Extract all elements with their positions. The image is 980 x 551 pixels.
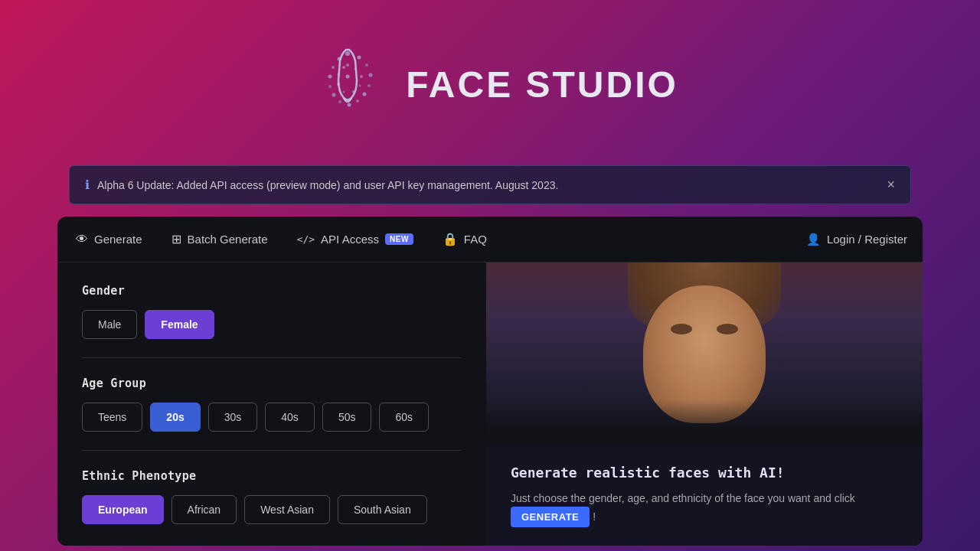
left-panel: Gender Male Female Age Group Teens 20s 3… [57, 262, 486, 546]
nav-batch-label: Batch Generate [188, 233, 268, 246]
ethnicity-label: Ethnic Phenotype [82, 469, 462, 483]
nav-api-access[interactable]: </> API Access NEW [294, 227, 416, 252]
svg-point-4 [368, 84, 371, 87]
info-description: Just choose the gender, age, and ethnici… [511, 490, 898, 527]
nav-left: 👁 Generate ⊞ Batch Generate </> API Acce… [73, 226, 806, 253]
gender-options: Male Female [82, 310, 462, 339]
age-group-label: Age Group [82, 377, 462, 390]
nav-generate-label: Generate [94, 233, 142, 246]
alert-message: Alpha 6 Update: Added API access (previe… [97, 179, 558, 191]
age-50s-button[interactable]: 50s [322, 403, 372, 432]
user-icon: 👤 [806, 233, 821, 246]
svg-point-0 [345, 51, 350, 56]
gender-male-button[interactable]: Male [82, 310, 137, 339]
alert-close-button[interactable]: × [887, 177, 895, 193]
ethnicity-west-asian-button[interactable]: West Asian [244, 495, 330, 524]
svg-point-1 [358, 56, 361, 60]
info-box: Generate realistic faces with AI! Just c… [486, 446, 923, 546]
svg-point-14 [346, 64, 349, 67]
svg-point-19 [343, 91, 345, 93]
info-exclamation: ! [593, 510, 596, 523]
svg-point-17 [359, 85, 361, 87]
logo-text: FACE STUDIO [406, 64, 678, 106]
logo-icon [302, 31, 394, 138]
svg-point-5 [363, 93, 367, 96]
generate-inline-button[interactable]: GENERATE [511, 507, 590, 527]
gender-section: Gender Male Female [82, 284, 462, 339]
right-panel: Generate realistic faces with AI! Just c… [486, 262, 923, 546]
card-body: Gender Male Female Age Group Teens 20s 3… [57, 262, 923, 546]
ethnicity-european-button[interactable]: European [82, 495, 164, 524]
api-icon: </> [297, 233, 315, 245]
svg-point-22 [342, 66, 345, 69]
nav-faq[interactable]: 🔒 FAQ [439, 226, 490, 253]
svg-point-16 [360, 75, 363, 78]
nav-bar: 👁 Generate ⊞ Batch Generate </> API Acce… [57, 217, 923, 262]
svg-point-7 [348, 103, 351, 107]
svg-point-8 [338, 100, 341, 103]
age-group-section: Age Group Teens 20s 30s 40s 50s 60s [82, 377, 462, 432]
svg-point-12 [332, 66, 335, 69]
svg-point-11 [328, 75, 332, 79]
info-icon: ℹ [85, 178, 90, 192]
ethnicity-african-button[interactable]: African [172, 495, 237, 524]
divider-1 [82, 357, 462, 358]
svg-point-3 [369, 73, 373, 77]
alert-banner: ℹ Alpha 6 Update: Added API access (prev… [69, 165, 911, 204]
faq-icon: 🔒 [443, 232, 458, 246]
info-description-text: Just choose the gender, age, and ethnici… [511, 492, 855, 504]
svg-point-10 [328, 85, 332, 88]
nav-api-label: API Access [321, 233, 379, 246]
info-title: Generate realistic faces with AI! [511, 465, 898, 481]
age-60s-button[interactable]: 60s [379, 403, 429, 432]
divider-2 [82, 450, 462, 451]
age-40s-button[interactable]: 40s [265, 403, 315, 432]
generate-icon: 👁 [76, 233, 88, 246]
ethnicity-south-asian-button[interactable]: South Asian [338, 495, 427, 524]
logo-container: FACE STUDIO [302, 31, 678, 138]
age-teens-button[interactable]: Teens [82, 403, 142, 432]
batch-icon: ⊞ [172, 232, 181, 246]
svg-point-23 [346, 75, 350, 79]
hero-section: FACE STUDIO [0, 0, 980, 153]
main-card-wrapper: 👁 Generate ⊞ Batch Generate </> API Acce… [57, 217, 923, 546]
age-options: Teens 20s 30s 40s 50s 60s [82, 403, 462, 432]
svg-point-6 [356, 99, 359, 103]
login-label: Login / Register [827, 233, 907, 246]
nav-generate[interactable]: 👁 Generate [73, 227, 145, 253]
age-20s-button[interactable]: 20s [150, 403, 200, 432]
age-30s-button[interactable]: 30s [208, 403, 258, 432]
nav-batch-generate[interactable]: ⊞ Batch Generate [168, 226, 271, 253]
nav-faq-label: FAQ [464, 233, 487, 246]
new-badge: NEW [385, 233, 413, 245]
alert-left: ℹ Alpha 6 Update: Added API access (prev… [85, 178, 558, 192]
gender-label: Gender [82, 284, 462, 298]
gender-female-button[interactable]: Female [145, 310, 214, 339]
nav-login[interactable]: 👤 Login / Register [806, 233, 907, 246]
svg-point-9 [332, 93, 336, 97]
ethnicity-section: Ethnic Phenotype European African West A… [82, 469, 462, 524]
svg-point-2 [365, 64, 368, 67]
ethnicity-options: European African West Asian South Asian [82, 495, 462, 524]
face-image-area [486, 262, 923, 446]
